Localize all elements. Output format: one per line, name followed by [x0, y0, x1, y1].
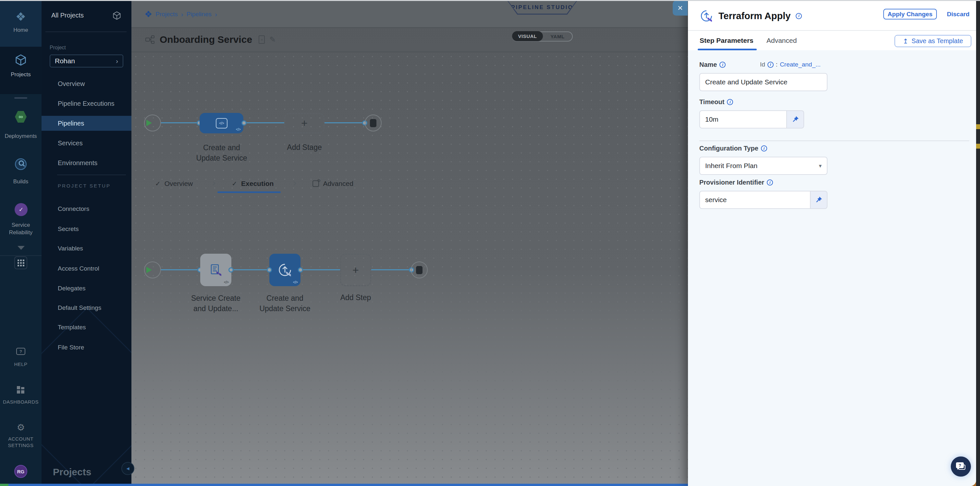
- step-node-service-create-and-update[interactable]: </>: [200, 254, 231, 286]
- toggle-visual[interactable]: VISUAL: [512, 31, 543, 41]
- project-selector[interactable]: Rohan ›: [50, 54, 123, 67]
- module-grid-icon[interactable]: [14, 256, 27, 269]
- module-rail: ❖ Home Projects ∞ Deployments Builds ✓: [0, 0, 41, 486]
- provisioner-pin-button[interactable]: [811, 191, 827, 209]
- sidebar-item-pipelines-active-bg: [41, 116, 131, 131]
- breadcrumb-projects-link[interactable]: Projects: [156, 11, 178, 18]
- info-icon[interactable]: i: [761, 145, 767, 151]
- sidebar-item-templates[interactable]: Templates: [58, 324, 86, 331]
- id-value-link[interactable]: Create_and_...: [780, 61, 821, 68]
- save-as-template-button[interactable]: ↥ Save as Template: [895, 35, 971, 47]
- chevron-down-icon[interactable]: [18, 246, 25, 250]
- tab-advanced[interactable]: Advanced: [323, 180, 353, 187]
- step1-label-line1: Service Create: [191, 294, 240, 303]
- sidebar-item-secrets[interactable]: Secrets: [58, 226, 78, 233]
- sidebar-item-access-control[interactable]: Access Control: [58, 265, 99, 272]
- service-reliability-icon: ✓: [14, 203, 28, 216]
- visual-yaml-toggle[interactable]: VISUAL YAML: [512, 32, 573, 41]
- configuration-type-label: Configuration Type: [699, 145, 758, 152]
- right-scroll-strip[interactable]: [976, 0, 980, 486]
- info-icon[interactable]: i: [796, 13, 802, 19]
- step-config-drawer: Terraform Apply i Apply Changes Discard …: [688, 0, 976, 486]
- tab-overview[interactable]: Overview: [164, 180, 193, 187]
- step2-label-line1: Create and: [266, 294, 304, 303]
- chat-question-icon: ?: [956, 462, 966, 471]
- provisioner-input[interactable]: [699, 191, 811, 209]
- sidebar-all-projects[interactable]: All Projects: [51, 12, 84, 19]
- sidebar-item-overview[interactable]: Overview: [58, 80, 85, 87]
- chevron-right-icon: ›: [215, 10, 217, 18]
- id-row: Id i : Create_and_...: [760, 61, 821, 68]
- rail-item-service-reliability[interactable]: ✓ Service Reliability: [0, 202, 41, 241]
- execution-start-node[interactable]: [144, 262, 161, 278]
- sidebar-item-default-settings[interactable]: Default Settings: [58, 304, 101, 311]
- timeout-field-label-row: Timeout i: [699, 98, 733, 106]
- drawer-close-button[interactable]: ✕: [673, 1, 687, 16]
- rail-item-dashboards[interactable]: DASHBOARDS: [0, 386, 41, 408]
- pipeline-start-node[interactable]: [144, 114, 161, 132]
- edge: [161, 269, 200, 270]
- apply-changes-button[interactable]: Apply Changes: [883, 9, 937, 19]
- rail-item-deployments[interactable]: ∞ Deployments: [0, 109, 41, 141]
- project-cube-icon[interactable]: [112, 11, 121, 21]
- add-stage-node[interactable]: +: [284, 113, 325, 133]
- stop-icon: [370, 119, 376, 127]
- step-node-create-and-update-service[interactable]: </>: [269, 254, 301, 286]
- execution-end-node: [411, 262, 428, 278]
- sidebar-item-connectors[interactable]: Connectors: [58, 205, 89, 213]
- tab-execution[interactable]: Execution: [241, 180, 274, 187]
- sidebar-item-variables[interactable]: Variables: [58, 245, 83, 252]
- sidebar-item-services[interactable]: Services: [58, 140, 83, 147]
- name-input[interactable]: [699, 73, 827, 91]
- configuration-type-select[interactable]: Inherit From Plan ▾: [699, 157, 827, 175]
- stage-node-create-and-update-service[interactable]: </> </>: [200, 113, 243, 133]
- sidebar-divider: [45, 32, 127, 32]
- sidebar-item-file-store[interactable]: File Store: [58, 344, 84, 351]
- sidebar-item-pipeline-executions[interactable]: Pipeline Executions: [58, 100, 115, 107]
- rail-item-help[interactable]: ? HELP: [0, 348, 41, 368]
- info-icon[interactable]: i: [767, 62, 774, 68]
- close-icon: ✕: [677, 4, 683, 12]
- info-icon[interactable]: i: [727, 99, 733, 105]
- sidebar-item-pipelines[interactable]: Pipelines: [58, 120, 84, 127]
- sidebar-item-delegates[interactable]: Delegates: [58, 285, 86, 292]
- play-icon: [146, 120, 152, 126]
- connector-port: [228, 267, 234, 273]
- drawer-tab-step-parameters[interactable]: Step Parameters: [700, 37, 754, 44]
- breadcrumb-pipelines-link[interactable]: Pipelines: [186, 11, 212, 18]
- header-divider: [131, 27, 688, 28]
- rail-divider: [14, 97, 27, 98]
- pipeline-graph-icon: [145, 35, 155, 44]
- plus-icon: +: [301, 117, 308, 129]
- harness-logo-icon: ❖: [145, 10, 152, 19]
- notes-icon[interactable]: ≡: [259, 35, 265, 44]
- edit-pencil-icon[interactable]: ✎: [269, 35, 276, 44]
- progress-bar-blue: [8, 484, 688, 486]
- timeout-input[interactable]: [699, 110, 787, 129]
- user-avatar[interactable]: RG: [14, 465, 27, 478]
- connector-port: [298, 267, 303, 273]
- sidebar-item-environments[interactable]: Environments: [58, 159, 97, 167]
- timeout-label: Timeout: [699, 98, 724, 106]
- stage-tabs: ✓ Overview › ✓ Execution › ⚙ Advanced: [155, 178, 353, 189]
- rail-item-projects[interactable]: Projects: [0, 47, 41, 94]
- info-icon[interactable]: i: [719, 62, 725, 68]
- rail-item-builds[interactable]: Builds: [0, 155, 41, 186]
- support-chat-button[interactable]: ?: [951, 456, 971, 476]
- page-title: Onboarding Service: [160, 34, 252, 45]
- id-label: Id: [760, 61, 765, 68]
- rail-item-account-settings[interactable]: ⚙ ACCOUNT SETTINGS: [0, 423, 41, 452]
- name-label: Name: [699, 61, 717, 68]
- terraform-plan-icon: [209, 264, 222, 276]
- info-icon[interactable]: i: [767, 179, 773, 186]
- add-step-node[interactable]: +: [340, 254, 371, 286]
- step1-label-line2: and Update...: [193, 304, 238, 313]
- discard-button[interactable]: Discard: [947, 11, 970, 18]
- check-icon: ✓: [232, 180, 237, 187]
- drawer-tab-advanced[interactable]: Advanced: [767, 37, 797, 44]
- advanced-gear-icon: ⚙: [312, 180, 319, 187]
- sidebar-collapse-button[interactable]: ◀: [121, 462, 134, 475]
- timeout-pin-button[interactable]: [787, 110, 804, 129]
- rail-item-home[interactable]: ❖ Home: [0, 1, 41, 47]
- toggle-yaml[interactable]: YAML: [543, 32, 572, 41]
